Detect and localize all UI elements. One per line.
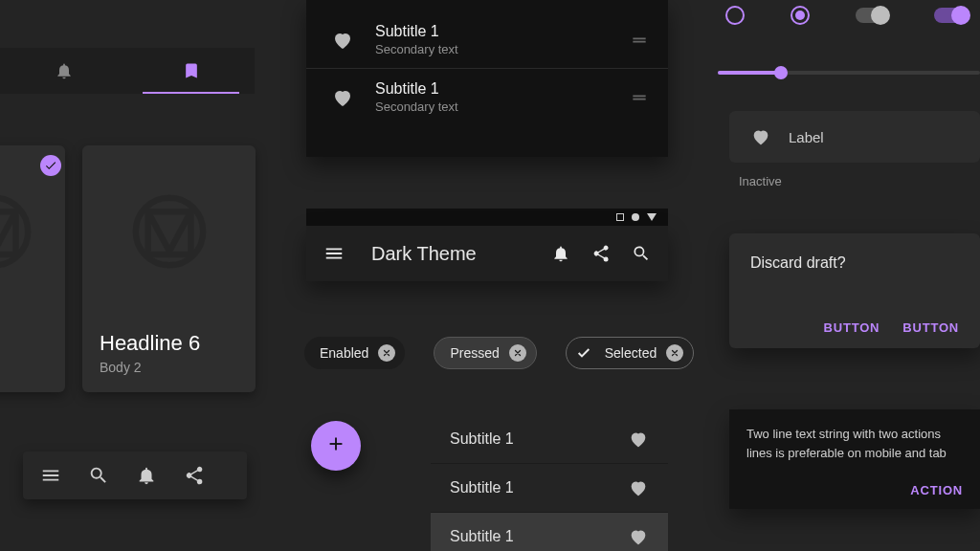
slider-fill: [718, 71, 781, 75]
snackbar-text: Two line text string with two actions li…: [746, 425, 963, 462]
bell-icon: [55, 61, 74, 80]
chip-label: Selected: [605, 345, 657, 361]
share-icon[interactable]: [591, 244, 611, 263]
card-2-media: [82, 145, 256, 318]
bell-icon[interactable]: [551, 244, 570, 263]
heart-icon[interactable]: [628, 526, 649, 547]
plus-icon: [325, 433, 346, 458]
heart-icon: [331, 29, 354, 52]
menu-icon[interactable]: [40, 465, 61, 486]
card-2-body: Body 2: [100, 360, 238, 375]
chip-selected[interactable]: Selected: [566, 337, 694, 369]
check-badge-icon: [40, 155, 61, 176]
chip-label: Enabled: [320, 345, 368, 361]
radio-checked[interactable]: [791, 6, 810, 25]
tabs: [0, 48, 255, 94]
list-row[interactable]: Subtitle 1 Secondary text: [306, 68, 668, 125]
list-item-title: Subtitle 1: [450, 528, 514, 545]
snackbar-action[interactable]: ACTION: [910, 483, 963, 497]
chips-row: Enabled Pressed Selected: [304, 337, 694, 369]
heart-icon: [750, 126, 771, 147]
list-row-title: Subtitle 1: [375, 23, 630, 40]
chip-pressed[interactable]: Pressed: [434, 337, 536, 369]
app-bar: Dark Theme: [306, 226, 668, 281]
menu-icon[interactable]: [323, 243, 345, 264]
close-icon[interactable]: [509, 344, 526, 362]
status-triangle-icon: [647, 213, 657, 221]
status-circle-icon: [632, 213, 639, 221]
share-icon[interactable]: [184, 465, 205, 486]
list-row[interactable]: Subtitle 1 Secondary text: [306, 11, 668, 68]
bottom-list: Subtitle 1 Subtitle 1 Subtitle 1: [431, 415, 668, 551]
list-item[interactable]: Subtitle 1: [431, 415, 668, 463]
card-2[interactable]: Headline 6 Body 2: [82, 145, 256, 392]
app-bar-title: Dark Theme: [371, 243, 530, 265]
snackbar: Two line text string with two actions li…: [729, 409, 980, 509]
label-chip-status: Inactive: [739, 174, 782, 188]
bookmark-icon: [182, 61, 201, 80]
app-bar-wrap: Dark Theme: [306, 209, 668, 281]
dialog-button-1[interactable]: BUTTON: [824, 320, 880, 335]
dialog-button-2[interactable]: BUTTON: [902, 320, 959, 335]
label-chip[interactable]: Label: [729, 111, 980, 163]
status-strip: [306, 209, 668, 226]
switch-off[interactable]: [856, 8, 888, 23]
bell-icon[interactable]: [136, 465, 157, 486]
close-icon[interactable]: [378, 344, 395, 362]
drag-handle-icon[interactable]: [630, 88, 649, 107]
label-chip-text: Label: [789, 129, 824, 145]
check-icon: [576, 345, 591, 361]
radio-unchecked[interactable]: [725, 6, 745, 25]
card-2-headline: Headline 6: [100, 331, 238, 356]
material-logo-icon: [0, 193, 33, 270]
chip-label: Pressed: [450, 345, 499, 361]
card-1-headline: 6: [0, 331, 48, 356]
list-item-title: Subtitle 1: [450, 430, 514, 448]
search-icon[interactable]: [632, 244, 651, 263]
list-item[interactable]: Subtitle 1: [431, 512, 668, 551]
bottom-app-bar: [23, 452, 247, 499]
list-row-title: Subtitle 1: [375, 80, 630, 98]
slider[interactable]: [718, 71, 980, 75]
list-row-secondary: Secondary text: [375, 42, 630, 56]
drag-handle-icon[interactable]: [630, 31, 649, 50]
switch-on[interactable]: [934, 8, 967, 23]
heart-icon[interactable]: [628, 429, 649, 450]
chip-enabled[interactable]: Enabled: [304, 337, 405, 369]
controls-row: [725, 6, 967, 25]
heart-icon: [331, 86, 354, 109]
material-logo-icon: [131, 193, 208, 270]
heart-icon[interactable]: [628, 477, 649, 498]
search-icon[interactable]: [88, 465, 109, 486]
close-icon[interactable]: [666, 344, 683, 362]
list-item[interactable]: Subtitle 1: [431, 463, 668, 512]
tab-bookmarks[interactable]: [127, 48, 255, 94]
card-1[interactable]: 6: [0, 145, 65, 392]
tab-notifications[interactable]: [0, 48, 127, 94]
list-item-title: Subtitle 1: [450, 479, 514, 496]
dialog: Discard draft? BUTTON BUTTON: [729, 233, 980, 348]
radio-dot-icon: [795, 11, 805, 20]
dialog-title: Discard draft?: [750, 254, 959, 272]
list-row-secondary: Secondary text: [375, 99, 630, 114]
fab-add[interactable]: [311, 421, 361, 471]
list-panel: Subtitle 1 Secondary text Subtitle 1 Sec…: [306, 0, 668, 157]
status-square-icon: [616, 213, 624, 221]
slider-thumb[interactable]: [774, 66, 788, 79]
